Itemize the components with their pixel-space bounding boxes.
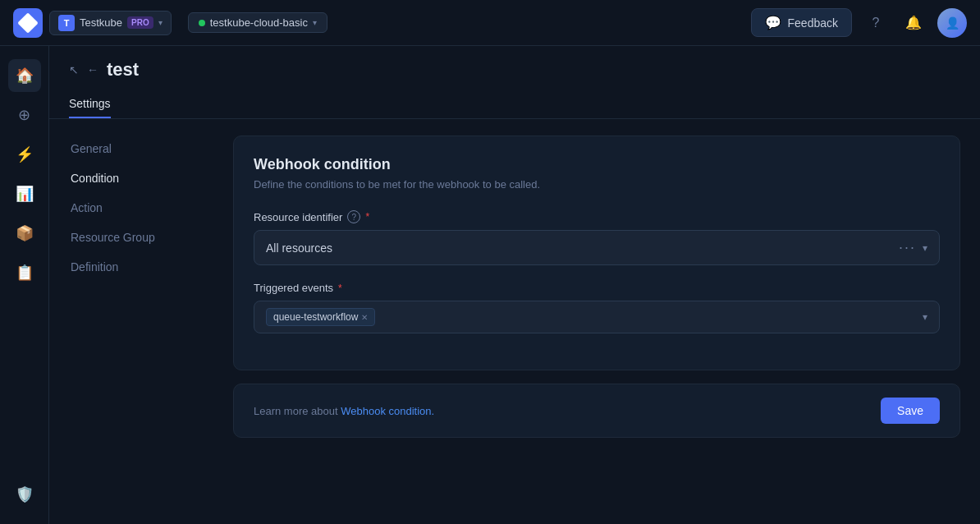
left-nav: General Condition Action Resource Group … [49, 119, 213, 524]
env-chevron-icon: ▾ [313, 18, 317, 27]
main-layout: 🏠 ⊕ ⚡ 📊 📦 📋 🛡️ ↖ ← test Settings General… [0, 46, 980, 524]
save-button[interactable]: Save [881, 398, 940, 424]
help-button[interactable]: ? [862, 9, 890, 37]
left-nav-item-general[interactable]: General [62, 136, 200, 162]
triggered-events-input[interactable]: queue-testworkflow ✕ ▾ [254, 301, 940, 333]
resource-identifier-help-icon[interactable]: ? [347, 210, 360, 223]
card-title: Webhook condition [254, 156, 940, 173]
left-nav-item-condition[interactable]: Condition [62, 165, 200, 191]
org-initial: T [58, 15, 75, 31]
avatar-image: 👤 [937, 8, 967, 38]
notification-bell-icon[interactable]: 🔔 [900, 9, 927, 37]
app-logo[interactable] [13, 8, 43, 38]
resource-identifier-required: * [365, 211, 369, 223]
triggered-events-required: * [338, 283, 342, 294]
webhook-condition-card: Webhook condition Define the conditions … [233, 136, 960, 370]
sidebar: 🏠 ⊕ ⚡ 📊 📦 📋 🛡️ [0, 46, 49, 524]
sidebar-item-reports[interactable]: 📋 [8, 256, 41, 289]
page-title: test [107, 59, 139, 80]
triggered-events-field: Triggered events * queue-testworkflow ✕ … [254, 282, 940, 333]
org-selector[interactable]: T Testkube PRO ▾ [49, 11, 172, 35]
org-chevron-icon: ▾ [158, 18, 163, 27]
dots-menu-icon[interactable]: ··· [899, 239, 916, 256]
pro-badge: PRO [127, 16, 153, 29]
tags-chevron-icon: ▾ [923, 311, 927, 323]
tag-remove-icon[interactable]: ✕ [361, 313, 368, 322]
user-avatar[interactable]: 👤 [937, 8, 967, 38]
card-description: Define the conditions to be met for the … [254, 178, 940, 191]
select-chevron-icon: ▾ [923, 242, 927, 254]
left-nav-item-resource-group[interactable]: Resource Group [62, 224, 200, 251]
sidebar-item-home[interactable]: 🏠 [8, 59, 41, 92]
webhook-condition-link[interactable]: Webhook condition. [341, 405, 434, 417]
sidebar-item-create[interactable]: ⊕ [8, 99, 41, 131]
topnav-right: 💬 Feedback ? 🔔 👤 [751, 8, 967, 38]
feedback-button[interactable]: 💬 Feedback [751, 8, 852, 37]
left-nav-item-definition[interactable]: Definition [62, 254, 200, 280]
footer-card: Learn more about Webhook condition. Save [233, 384, 960, 438]
triggered-events-label: Triggered events * [254, 282, 940, 294]
sidebar-item-settings[interactable]: 🛡️ [8, 478, 41, 511]
left-nav-item-action[interactable]: Action [62, 195, 200, 221]
resource-identifier-select[interactable]: All resources ··· ▾ [254, 230, 940, 265]
triggered-event-tag: queue-testworkflow ✕ [266, 308, 375, 326]
tab-settings[interactable]: Settings [69, 90, 111, 118]
resource-identifier-value: All resources [266, 241, 332, 255]
inner-layout: General Condition Action Resource Group … [49, 119, 980, 524]
topnav: T Testkube PRO ▾ testkube-cloud-basic ▾ … [0, 0, 980, 46]
footer-text: Learn more about Webhook condition. [254, 405, 434, 417]
sidebar-item-triggers[interactable]: ⚡ [8, 138, 41, 171]
sidebar-item-analytics[interactable]: 📊 [8, 177, 41, 210]
org-name: Testkube [80, 16, 122, 29]
env-name: testkube-cloud-basic [210, 16, 308, 29]
content-area: ↖ ← test Settings General Condition Acti… [49, 46, 980, 524]
topnav-left: T Testkube PRO ▾ testkube-cloud-basic ▾ [13, 8, 327, 38]
resource-identifier-actions: ··· ▾ [899, 239, 927, 256]
cursor-icon: ↖ [69, 63, 79, 76]
tag-label: queue-testworkflow [273, 311, 358, 323]
feedback-label: Feedback [788, 16, 838, 30]
resource-identifier-field: Resource identifier ? * All resources ··… [254, 210, 940, 265]
env-selector[interactable]: testkube-cloud-basic ▾ [188, 12, 327, 33]
sidebar-item-artifacts[interactable]: 📦 [8, 217, 41, 250]
back-button[interactable]: ← [87, 63, 98, 76]
env-status-dot [199, 20, 205, 26]
page-tabs: Settings [49, 90, 980, 119]
slack-icon: 💬 [765, 15, 781, 30]
resource-identifier-label: Resource identifier ? * [254, 210, 940, 223]
page-header: ↖ ← test [49, 46, 980, 80]
right-content: Webhook condition Define the conditions … [213, 119, 980, 524]
